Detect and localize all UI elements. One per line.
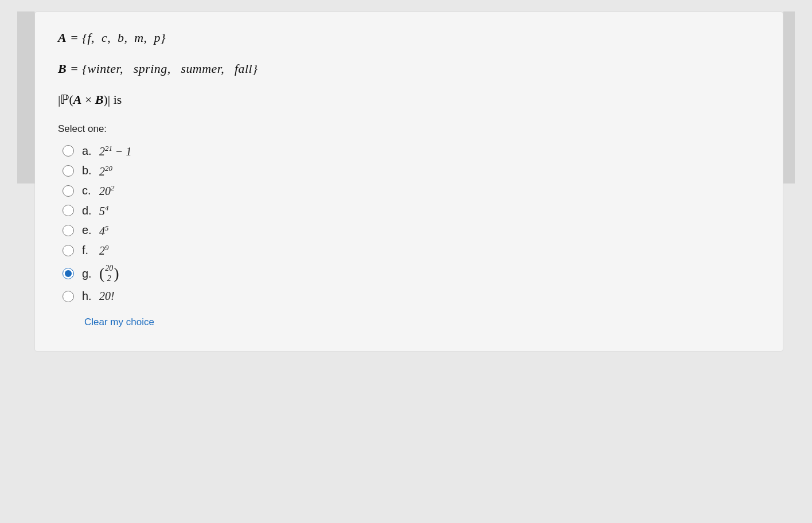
option-d-label[interactable]: d. 54 xyxy=(82,204,109,218)
option-math-h: 20! xyxy=(99,290,115,303)
list-item: g. ( 20 2 ) xyxy=(63,263,760,284)
option-letter-a: a. xyxy=(82,145,93,158)
left-sidebar xyxy=(17,11,34,184)
options-list: a. 221 − 1 b. 220 c. 202 xyxy=(63,144,760,303)
option-math-b: 220 xyxy=(99,164,112,178)
radio-option-f[interactable] xyxy=(63,245,74,256)
question-card: A = {f, c, b, m, p} B = {winter, spring,… xyxy=(34,11,783,352)
radio-option-b[interactable] xyxy=(63,165,74,177)
radio-option-a[interactable] xyxy=(63,145,74,157)
option-f-label[interactable]: f. 29 xyxy=(82,243,109,257)
option-g-label[interactable]: g. ( 20 2 ) xyxy=(82,263,119,284)
radio-option-e[interactable] xyxy=(63,225,74,236)
option-math-c: 202 xyxy=(99,184,115,198)
option-letter-h: h. xyxy=(82,290,93,303)
option-math-a: 221 − 1 xyxy=(99,144,132,158)
option-letter-e: e. xyxy=(82,224,93,237)
option-letter-d: d. xyxy=(82,204,93,217)
radio-option-h[interactable] xyxy=(63,291,74,302)
radio-option-g[interactable] xyxy=(63,268,74,279)
clear-choice-link[interactable]: Clear my choice xyxy=(84,317,154,328)
radio-option-d[interactable] xyxy=(63,205,74,216)
option-letter-g: g. xyxy=(82,267,93,280)
select-label: Select one: xyxy=(58,123,760,135)
list-item: c. 202 xyxy=(63,184,760,198)
list-item: e. 45 xyxy=(63,224,760,238)
list-item: h. 20! xyxy=(63,290,760,303)
option-math-d: 54 xyxy=(99,204,109,218)
page-container: A = {f, c, b, m, p} B = {winter, spring,… xyxy=(0,11,812,352)
set-a-definition: A = {f, c, b, m, p} xyxy=(58,30,760,45)
list-item: d. 54 xyxy=(63,204,760,218)
option-a-label[interactable]: a. 221 − 1 xyxy=(82,144,132,158)
list-item: b. 220 xyxy=(63,164,760,178)
option-math-f: 29 xyxy=(99,243,109,257)
option-math-g: ( 20 2 ) xyxy=(99,263,119,284)
option-h-label[interactable]: h. 20! xyxy=(82,290,115,303)
radio-option-c[interactable] xyxy=(63,185,74,197)
option-c-label[interactable]: c. 202 xyxy=(82,184,115,198)
option-letter-f: f. xyxy=(82,244,93,257)
set-b-definition: B = {winter, spring, summer, fall} xyxy=(58,61,760,76)
option-e-label[interactable]: e. 45 xyxy=(82,224,109,238)
option-letter-c: c. xyxy=(82,184,93,197)
option-math-e: 45 xyxy=(99,224,109,238)
question-text: |ℙ(A × B)| is xyxy=(58,92,760,107)
list-item: a. 221 − 1 xyxy=(63,144,760,158)
right-edge xyxy=(783,11,795,184)
option-b-label[interactable]: b. 220 xyxy=(82,164,112,178)
list-item: f. 29 xyxy=(63,243,760,257)
option-letter-b: b. xyxy=(82,164,93,177)
